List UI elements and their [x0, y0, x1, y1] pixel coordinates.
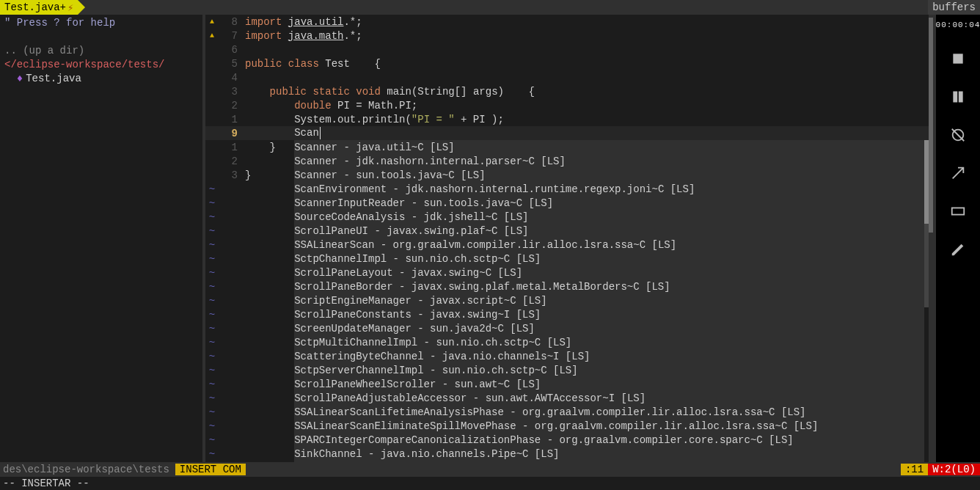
tilde-icon: ~ — [205, 267, 219, 279]
status-path: des\eclipse-workspace\tests — [0, 464, 172, 475]
completion-item[interactable]: ScannerInputReader - sun.tools.java~C [L… — [294, 196, 924, 210]
rectangle-icon[interactable] — [949, 202, 967, 220]
stop-icon[interactable] — [949, 50, 967, 67]
completion-item[interactable]: Scanner - sun.tools.java~C [LS] — [294, 168, 924, 182]
code-line[interactable]: 5public class Test { — [205, 56, 929, 70]
completion-label: ScrollPaneLayout - javax.swing~ — [294, 267, 485, 279]
completion-item[interactable]: SSALinearScan - org.graalvm.compiler.lir… — [294, 238, 924, 252]
completion-kind: C [LS] — [486, 267, 522, 279]
line-number: 8 — [219, 16, 245, 28]
completion-label: Scanner - java.util~ — [294, 142, 417, 153]
line-number: 2 — [219, 100, 245, 111]
completion-item[interactable]: SourceCodeAnalysis - jdk.jshell~C [LS] — [294, 210, 924, 224]
code-editor[interactable]: ▲8import java.util.*;▲7import java.math.… — [205, 15, 929, 462]
completion-item[interactable]: SinkChannel - java.nio.channels.Pipe~C [… — [294, 447, 924, 461]
completion-kind: C [LS] — [497, 323, 534, 334]
command-line[interactable]: -- INSERTAR -- — [0, 477, 980, 490]
completion-kind: C [LS] — [448, 169, 485, 181]
completion-item[interactable]: SctpMultiChannelImpl - sun.nio.ch.sctp~C… — [294, 335, 924, 349]
code-line[interactable]: 6 — [205, 43, 929, 56]
completion-item[interactable]: ScrollPaneUI - javax.swing.plaf~C [LS] — [294, 224, 924, 238]
code-line[interactable]: 3 public static void main(String[] args)… — [205, 84, 929, 98]
tilde-icon: ~ — [205, 309, 219, 321]
completion-label: ScrollPaneUI - javax.swing.plaf~ — [294, 225, 491, 237]
tilde-icon: ~ — [205, 197, 219, 209]
tab-file[interactable]: Test.java+ ⚡ — [0, 0, 78, 15]
completion-label: Scanner - jdk.nashorn.internal.parser~ — [294, 156, 528, 167]
status-mode: INSERT COM — [175, 464, 246, 475]
code-text: public class Test { — [245, 58, 381, 70]
completion-label: SourceCodeAnalysis - jdk.jshell~ — [294, 211, 491, 223]
code-line[interactable]: 1 System.out.println("PI = " + PI ); — [205, 112, 929, 126]
nerdtree-open-dir[interactable]: </eclipse-workspace/tests/ — [4, 58, 198, 72]
status-position: :11 — [901, 464, 928, 475]
completion-label: SSALinearScanEliminateSpillMovePhase - o… — [294, 420, 781, 432]
buffers-button[interactable]: buffers — [928, 0, 980, 15]
tilde-icon: ~ — [205, 281, 219, 293]
svg-rect-0 — [954, 54, 962, 63]
svg-rect-2 — [959, 92, 962, 101]
line-number: 4 — [219, 72, 245, 84]
tilde-icon: ~ — [205, 379, 219, 390]
code-line[interactable]: 9 Scan — [205, 126, 929, 140]
scrollbar-thumb[interactable] — [929, 18, 933, 233]
completion-item[interactable]: SSALinearScanEliminateSpillMovePhase - o… — [294, 419, 924, 433]
completion-item[interactable]: ScrollPaneAdjustableAccessor - sun.awt.A… — [294, 391, 924, 405]
completion-item[interactable]: SctpServerChannelImpl - sun.nio.ch.sctp~… — [294, 363, 924, 377]
code-line[interactable]: 2 double PI = Math.PI; — [205, 98, 929, 112]
completion-item[interactable]: SourceChannel - java.nio.channels.Pipe~C… — [294, 461, 924, 462]
tilde-icon: ~ — [205, 406, 219, 418]
tilde-icon: ~ — [205, 392, 219, 404]
completion-kind: I [LS] — [504, 309, 541, 321]
nerdtree-up-dir[interactable]: .. (up a dir) — [4, 44, 198, 58]
completion-item[interactable]: SSALinearScanLifetimeAnalysisPhase - org… — [294, 405, 924, 419]
camera-off-icon[interactable] — [949, 126, 967, 144]
completion-item[interactable]: ScriptEngineManager - javax.script~C [LS… — [294, 293, 924, 307]
tilde-icon: ~ — [205, 365, 219, 376]
completion-popup[interactable]: Scanner - java.util~C [LS]Scanner - jdk.… — [245, 140, 929, 462]
completion-item[interactable]: ScrollPaneConstants - javax.swing~I [LS] — [294, 307, 924, 321]
completion-label: SctpChannelImpl - sun.nio.ch.sctp~ — [294, 253, 504, 265]
completion-kind: C [LS] — [491, 225, 528, 237]
tab-label: Test.java+ — [4, 1, 66, 13]
completion-label: SPARCIntegerCompareCanonicalizationPhase… — [294, 434, 756, 446]
completion-kind: C [LS] — [541, 365, 577, 376]
completion-label: ScreenUpdateManager - sun.java2d~ — [294, 323, 497, 334]
pause-icon[interactable] — [949, 88, 967, 106]
completion-label: ScrollPaneAdjustableAccessor - sun.awt.A… — [294, 392, 608, 404]
completion-item[interactable]: SctpChannelImpl - sun.nio.ch.sctp~C [LS] — [294, 252, 924, 266]
arrow-icon[interactable] — [949, 164, 967, 182]
completion-item[interactable]: Scanner - jdk.nashorn.internal.parser~C … — [294, 154, 924, 168]
completion-item[interactable]: ScanEnvironment - jdk.nashorn.internal.r… — [294, 182, 924, 196]
tilde-icon: ~ — [205, 295, 219, 307]
completion-label: ScriptEngineManager - javax.script~ — [294, 295, 510, 307]
gutter-sign-icon: ▲ — [205, 32, 219, 40]
pencil-icon[interactable] — [949, 241, 967, 258]
editor-scrollbar[interactable] — [929, 15, 936, 462]
completion-item[interactable]: Scanner - java.util~C [LS] — [294, 140, 924, 154]
completion-item[interactable]: SPARCIntegerCompareCanonicalizationPhase… — [294, 433, 924, 447]
completion-label: ScatteringByteChannel - java.nio.channel… — [294, 351, 553, 362]
completion-item[interactable]: ScrollPaneBorder - javax.swing.plaf.meta… — [294, 279, 924, 293]
completion-item[interactable]: ScrollPaneWheelScroller - sun.awt~C [LS] — [294, 377, 924, 391]
nerdtree-file[interactable]: ♦Test.java — [4, 72, 198, 86]
completion-item[interactable]: ScatteringByteChannel - java.nio.channel… — [294, 349, 924, 363]
completion-kind: C [LS] — [522, 448, 559, 460]
line-number: 1 — [219, 114, 245, 125]
tilde-icon: ~ — [205, 225, 219, 237]
line-number: 7 — [219, 30, 245, 42]
code-line[interactable]: ▲8import java.util.*; — [205, 15, 929, 29]
tilde-icon: ~ — [205, 448, 219, 460]
recording-toolbar: 00:00:04 — [936, 15, 980, 462]
completion-label: ScanEnvironment - jdk.nashorn.internal.r… — [294, 183, 658, 195]
completion-kind: C [LS] — [504, 379, 541, 390]
code-line[interactable]: 4 — [205, 70, 929, 84]
status-warnings: W:2(L0) — [928, 464, 980, 475]
tab-dirty-indicator-icon: ⚡ — [67, 1, 73, 14]
completion-item[interactable]: ScreenUpdateManager - sun.java2d~C [LS] — [294, 321, 924, 335]
status-bar: des\eclipse-workspace\tests INSERT COM :… — [0, 462, 980, 477]
completion-item[interactable]: ScrollPaneLayout - javax.swing~C [LS] — [294, 266, 924, 279]
file-icon: ♦ — [17, 73, 23, 84]
gutter-sign-icon: ▲ — [205, 18, 219, 26]
code-line[interactable]: ▲7import java.math.*; — [205, 29, 929, 43]
